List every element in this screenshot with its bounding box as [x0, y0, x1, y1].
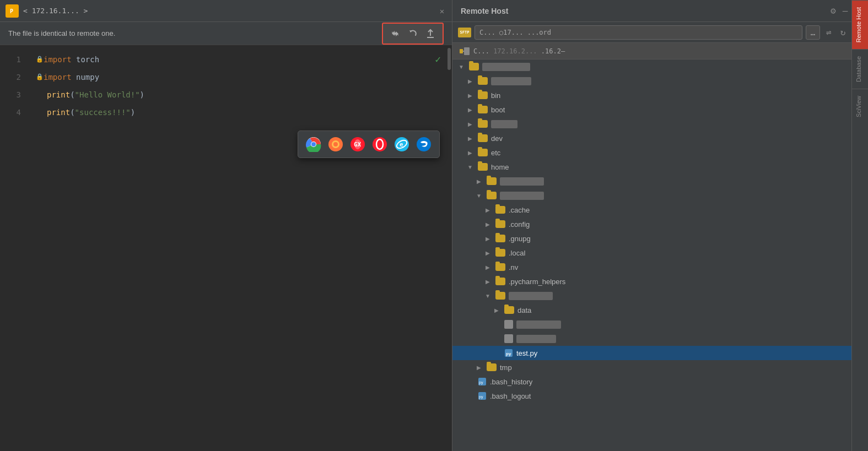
split-button[interactable]: ⇌	[823, 25, 834, 39]
lock-icon-2: 🔒	[36, 68, 44, 86]
chevron-b4: ▼	[475, 191, 483, 200]
item-name-b5: blurred5name	[509, 292, 868, 300]
tree-item-bin[interactable]: ▶ bin	[452, 88, 868, 102]
tree-item-pt-file2[interactable]: ▶ blurred_file2	[452, 332, 868, 346]
undo-button[interactable]	[405, 26, 420, 41]
folder-icon-cache	[495, 206, 505, 214]
folder-icon-b2	[478, 120, 488, 128]
opera-icon[interactable]	[371, 135, 389, 153]
svg-text:GX: GX	[354, 141, 362, 148]
connection-text: C... 172.16.2... .16.2—	[473, 47, 861, 55]
item-name-bash-history: .bash_history	[490, 378, 868, 386]
chevron-dev: ▶	[466, 134, 475, 143]
tree-item-tmp[interactable]: ▶ tmp	[452, 360, 868, 374]
item-name-pt1: ifcr_net.pt_file	[516, 320, 868, 329]
tree-item-blurred5[interactable]: ▼ blurred5name	[452, 289, 868, 303]
folder-icon-root	[469, 63, 479, 70]
close-button[interactable]: ✕	[438, 7, 446, 15]
sftp-toolbar: SFTP … ⇌ ↻ ✕	[452, 22, 868, 43]
remote-host-header: Remote Host ⚙ — ✕	[452, 0, 868, 22]
firefox-icon[interactable]	[327, 135, 344, 153]
chevron-b3: ▶	[475, 177, 483, 186]
editor-scrollbar[interactable]	[446, 45, 452, 451]
chevron-config: ▶	[483, 220, 492, 229]
tree-item-bash-history[interactable]: ▶ py .bash_history	[452, 374, 868, 389]
tree-item-blurred3[interactable]: ▶ blurred3folder	[452, 174, 868, 188]
app-icon: P	[6, 4, 19, 18]
folder-icon-etc	[478, 149, 488, 156]
chrome-icon[interactable]	[305, 135, 322, 153]
tree-item-home[interactable]: ▼ home	[452, 160, 868, 174]
root-name: 172.16.2.xxxxx	[482, 63, 868, 71]
chevron-etc: ▶	[466, 148, 475, 157]
file-icon-bash-logout: py	[478, 392, 487, 400]
ie-icon[interactable]: e	[393, 135, 411, 153]
sftp-path-input[interactable]	[475, 25, 802, 40]
folder-icon-nv	[495, 263, 505, 271]
tab-remote-host[interactable]: Remote Host	[852, 0, 868, 49]
tree-item-etc[interactable]: ▶ etc	[452, 145, 868, 160]
tree-item-cache[interactable]: ▶ .cache	[452, 203, 868, 217]
browser-picker: GX e	[298, 131, 440, 158]
module-numpy: numpy	[76, 68, 99, 86]
tree-item-blurred1[interactable]: ▶ blurredname	[452, 74, 868, 88]
tree-item-local[interactable]: ▶ .local	[452, 246, 868, 260]
folder-icon-b1	[478, 77, 488, 85]
code-content[interactable]: 🔒 import torch 🔒 import numpy print ( "H…	[28, 45, 452, 451]
tree-item-test-py[interactable]: ▶ py test.py	[452, 346, 868, 360]
tree-item-root[interactable]: ▼ 172.16.2.xxxxx	[452, 59, 868, 74]
scrollbar-thumb[interactable]	[448, 48, 451, 70]
tree-item-nv[interactable]: ▶ .nv	[452, 260, 868, 274]
item-name-config: .config	[509, 220, 868, 229]
folder-icon-bin	[478, 91, 488, 99]
chevron-data: ▶	[492, 306, 501, 314]
folder-icon-config	[495, 220, 505, 228]
function-print-1: print	[47, 86, 70, 104]
item-name-local: .local	[509, 249, 868, 257]
tree-item-pycharm-helpers[interactable]: ▶ .pycharm_helpers	[452, 274, 868, 289]
code-editor[interactable]: 1 2 3 4 🔒 import torch 🔒 import numpy	[0, 45, 452, 451]
tree-item-data[interactable]: ▶ data	[452, 303, 868, 317]
file-tree[interactable]: ▼ 172.16.2.xxxxx ▶ blurredname ▶ bin ▶ b…	[452, 59, 868, 451]
tree-item-blurred2[interactable]: ▶ blurred2	[452, 117, 868, 131]
chevron-b2: ▶	[466, 119, 475, 128]
svg-text:py: py	[479, 395, 483, 399]
connection-bar: C... 172.16.2... .16.2—	[452, 43, 868, 59]
edge-icon[interactable]	[415, 135, 433, 153]
tree-item-dev[interactable]: ▶ dev	[452, 131, 868, 145]
item-name-etc: etc	[491, 149, 868, 157]
tree-item-boot[interactable]: ▶ boot	[452, 102, 868, 117]
chevron-bin: ▶	[466, 91, 475, 100]
path-browse-button[interactable]: …	[806, 25, 820, 40]
tree-item-bash-logout[interactable]: ▶ py .bash_logout	[452, 389, 868, 403]
item-name-nv: .nv	[509, 263, 868, 271]
tree-item-blurred4[interactable]: ▼ blurred4name	[452, 188, 868, 203]
refresh-button[interactable]: ↻	[838, 25, 849, 39]
item-name-bin: bin	[491, 91, 868, 100]
item-name-cache: .cache	[509, 206, 868, 214]
tree-item-gnupg[interactable]: ▶ .gnupg	[452, 231, 868, 246]
svg-point-18	[417, 137, 431, 151]
item-name-pycharm: .pycharm_helpers	[509, 278, 868, 286]
tree-item-pt-file1[interactable]: ▶ ifcr_net.pt_file	[452, 317, 868, 332]
opera-gx-icon[interactable]: GX	[349, 135, 366, 153]
action-buttons-group	[382, 23, 444, 45]
folder-icon-gnupg	[495, 235, 505, 242]
minimize-icon[interactable]: —	[843, 6, 848, 16]
sync-button[interactable]	[387, 26, 403, 41]
item-name-home: home	[491, 163, 868, 171]
tab-sciview[interactable]: SciView	[852, 89, 868, 124]
upload-button[interactable]	[423, 26, 438, 41]
settings-icon[interactable]: ⚙	[831, 6, 836, 16]
svg-rect-19	[460, 49, 463, 53]
py-file-icon-test: py	[504, 349, 513, 357]
tree-item-config[interactable]: ▶ .config	[452, 217, 868, 231]
item-name-boot: boot	[491, 106, 868, 114]
chevron-b1: ▶	[466, 77, 475, 85]
tab-database[interactable]: Database	[852, 49, 868, 89]
folder-icon-dev	[478, 134, 488, 142]
code-line-4: print ( "success!!!" )	[36, 104, 444, 121]
status-message: The file is identical to remote one.	[8, 29, 115, 37]
item-name-bash-logout: .bash_logout	[490, 392, 868, 400]
function-print-2: print	[47, 104, 70, 121]
